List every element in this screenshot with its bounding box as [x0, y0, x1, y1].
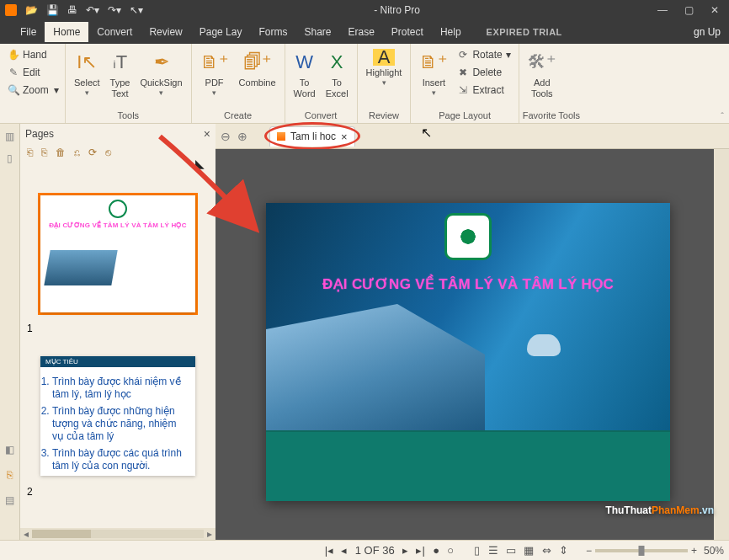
pages-panel-icon[interactable]: ▥	[5, 131, 14, 142]
pages-panel: Pages × ⎗ ⎘ 🗑 ⎌ ⟳ ⎋ ĐẠI CƯƠNG VỀ TÂM LÝ …	[20, 124, 216, 528]
hand-tool[interactable]: ✋Hand	[5, 47, 60, 62]
to-word-button[interactable]: WTo Word	[289, 45, 321, 102]
type-text-icon: ᵢT	[113, 49, 127, 76]
delete-page-icon[interactable]: 🗑	[56, 147, 66, 158]
single-page-icon[interactable]: ▯	[471, 544, 482, 557]
last-page-icon[interactable]: ▸|	[413, 544, 427, 557]
fit-width-icon[interactable]: ⇔	[540, 544, 554, 557]
ribbon: ✋Hand ✎Edit 🔍Zoom▾ I↖Select▾ ᵢTType Text…	[0, 44, 729, 124]
layers-icon[interactable]: ◧	[5, 444, 14, 456]
tab-help[interactable]: Help	[432, 22, 470, 42]
back-view-icon[interactable]: ●	[430, 544, 442, 557]
tab-review[interactable]: Review	[141, 22, 190, 42]
cursor-dropdown-icon[interactable]: ↖▾	[130, 4, 143, 16]
tab-convert[interactable]: Convert	[88, 22, 141, 42]
minimize-button[interactable]: —	[657, 4, 668, 16]
signup-link[interactable]: gn Up	[694, 26, 729, 38]
collapse-ribbon-icon[interactable]: ˆ	[721, 111, 724, 121]
edit-tool[interactable]: ✎Edit	[5, 65, 60, 80]
create-group-label: Create	[195, 110, 281, 123]
insert-icon: 🗎⁺	[419, 49, 448, 76]
prev-page-icon[interactable]: ◂	[338, 544, 349, 557]
select-icon: I↖	[77, 49, 97, 76]
extract-button[interactable]: ⇲Extract	[455, 83, 513, 98]
tab-home[interactable]: Home	[45, 22, 88, 42]
facing-icon[interactable]: ▭	[503, 544, 519, 557]
rotate-button[interactable]: ⟳Rotate▾	[455, 47, 513, 62]
page-thumbnail-2[interactable]: MỤC TIÊU Trình bày được khái niệm về tâm…	[39, 355, 197, 477]
zoom-percent[interactable]: 50%	[704, 545, 724, 557]
page-view: ĐẠI CƯƠNG VỀ TÂM LÝ VÀ TÂM LÝ HỌC	[266, 203, 670, 501]
delete-button[interactable]: ✖Delete	[455, 65, 513, 80]
tab-forms[interactable]: Forms	[250, 22, 295, 42]
tab-erase[interactable]: Erase	[340, 22, 383, 42]
crop-page-icon[interactable]: ⎋	[105, 147, 111, 158]
tab-file[interactable]: File	[12, 22, 45, 42]
open-icon[interactable]: 📂	[25, 4, 38, 16]
pagelayout-group-label: Page Layout	[414, 110, 514, 123]
attachments-icon[interactable]: ⎘	[7, 469, 13, 481]
rotate-page-icon[interactable]: ⟳	[88, 147, 97, 158]
zoom-tool[interactable]: 🔍Zoom▾	[5, 83, 60, 98]
page-indicator[interactable]: 1 OF 36	[353, 544, 397, 557]
document-canvas[interactable]: ĐẠI CƯƠNG VỀ TÂM LÝ VÀ TÂM LÝ HỌC	[216, 149, 714, 540]
window-title: - Nitro Pro	[146, 4, 647, 16]
insert-button[interactable]: 🗎⁺Insert▾	[414, 45, 453, 100]
to-excel-button[interactable]: XTo Excel	[321, 45, 354, 102]
window-buttons: — ▢ ✕	[647, 4, 729, 16]
zoom-plus-icon[interactable]: +	[691, 545, 697, 557]
signatures-icon[interactable]: ▤	[5, 494, 14, 506]
extract-page-icon[interactable]: ⎘	[41, 147, 47, 158]
pages-hscroll[interactable]: ◂▸	[20, 528, 216, 540]
type-text-button[interactable]: ᵢTType Text	[105, 45, 136, 102]
convert-group-label: Convert	[289, 110, 354, 123]
document-tab[interactable]: Tam li hoc ×	[269, 126, 355, 147]
zoom-minus-icon[interactable]: −	[586, 545, 592, 557]
left-rail: ▥ ▯ ◧ ⎘ ▤	[0, 124, 20, 540]
first-page-icon[interactable]: |◂	[322, 544, 336, 557]
tools-group-label: Tools	[69, 110, 188, 123]
redo-icon[interactable]: ↷▾	[108, 4, 121, 16]
save-icon[interactable]: 💾	[46, 4, 59, 16]
app-icon	[5, 4, 17, 16]
fwd-view-icon[interactable]: ○	[444, 544, 456, 557]
close-panel-icon[interactable]: ×	[204, 127, 210, 141]
rotate-icon: ⟳	[457, 49, 469, 61]
page-thumbnail-1[interactable]: ĐẠI CƯƠNG VỀ TÂM LÝ VÀ TÂM LÝ HỌC	[39, 194, 197, 314]
zoom-out-icon[interactable]: ⊖	[217, 130, 234, 143]
tab-pagelay[interactable]: Page Lay	[191, 22, 251, 42]
select-button[interactable]: I↖Select▾	[69, 45, 105, 100]
pdf-button[interactable]: 🗎⁺PDF▾	[195, 45, 234, 100]
replace-page-icon[interactable]: ⎌	[74, 147, 80, 158]
zoom-slider[interactable]	[595, 549, 688, 552]
menu-bar: File Home Convert Review Page Lay Forms …	[0, 20, 729, 44]
watermark: ThuThuatPhanMem.vn	[605, 493, 714, 520]
next-page-icon[interactable]: ▸	[400, 544, 411, 557]
pages-header: Pages	[25, 128, 204, 140]
favorite-group-label: Favorite Tools	[523, 110, 580, 123]
title-bar: 📂 💾 🖶 ↶▾ ↷▾ ↖▾ - Nitro Pro — ▢ ✕	[0, 0, 729, 20]
vertical-scrollbar[interactable]	[714, 149, 729, 540]
facing-cont-icon[interactable]: ▦	[521, 544, 536, 557]
slide-logo	[444, 213, 492, 260]
quicksign-button[interactable]: ✒QuickSign▾	[135, 45, 187, 100]
tab-share[interactable]: Share	[295, 22, 339, 42]
insert-page-icon[interactable]: ⎗	[27, 147, 33, 158]
add-tools-button[interactable]: 🛠⁺Add Tools	[523, 45, 561, 102]
page-nav: |◂ ◂ 1 OF 36 ▸ ▸| ● ○	[322, 544, 457, 557]
undo-icon[interactable]: ↶▾	[86, 4, 99, 16]
zoom-icon: 🔍	[8, 84, 19, 96]
combine-button[interactable]: 🗐⁺Combine	[234, 45, 281, 92]
print-icon[interactable]: 🖶	[67, 4, 77, 16]
close-button[interactable]: ✕	[710, 4, 719, 16]
highlight-button[interactable]: AHighlight▾	[361, 45, 407, 90]
tab-protect[interactable]: Protect	[383, 22, 432, 42]
close-tab-icon[interactable]: ×	[341, 131, 348, 143]
bookmarks-icon[interactable]: ▯	[7, 152, 13, 164]
hand-icon: ✋	[8, 49, 19, 61]
zoom-in-icon[interactable]: ⊕	[234, 130, 251, 143]
fit-page-icon[interactable]: ⇕	[556, 544, 571, 557]
continuous-icon[interactable]: ☰	[486, 544, 501, 557]
maximize-button[interactable]: ▢	[684, 4, 694, 16]
combine-icon: 🗐⁺	[243, 49, 272, 76]
